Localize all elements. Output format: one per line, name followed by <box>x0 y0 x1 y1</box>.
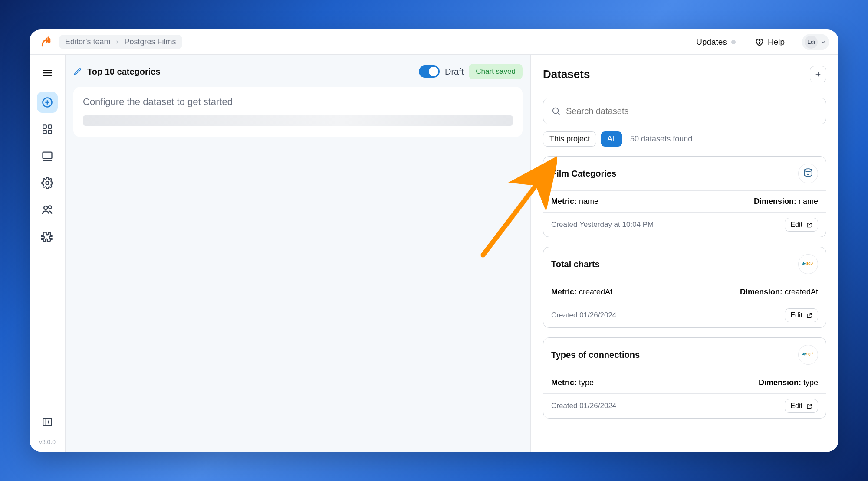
user-menu[interactable]: Edi <box>802 34 829 50</box>
add-dataset-button[interactable] <box>810 66 826 82</box>
datasets-panel: Datasets This project All <box>530 55 838 452</box>
chart-header: Top 10 categories Draft Chart saved <box>73 62 523 81</box>
add-button[interactable] <box>37 92 58 113</box>
svg-point-16 <box>46 182 49 185</box>
chevron-down-icon <box>820 39 826 45</box>
sidebar: v3.0.0 <box>30 55 66 452</box>
chart-column: Top 10 categories Draft Chart saved Conf… <box>66 55 530 452</box>
svg-rect-10 <box>43 125 46 128</box>
dataset-footer: Created Yesterday at 10:04 PM Edit <box>543 213 826 237</box>
dataset-card-header: Types of connections MySQL <box>543 338 826 372</box>
svg-text:SQL: SQL <box>806 262 812 265</box>
dataset-edit-button[interactable]: Edit <box>785 308 818 322</box>
chevron-right-icon <box>115 39 120 45</box>
breadcrumb-project[interactable]: Postgres Films <box>124 37 176 46</box>
filter-row: This project All 50 datasets found <box>543 131 826 147</box>
svg-rect-14 <box>43 152 52 159</box>
dataset-card-header: Total charts MySQL <box>543 247 826 281</box>
dataset-created: Created 01/26/2024 <box>551 402 616 410</box>
chart-saved-badge: Chart saved <box>469 64 523 79</box>
menu-toggle[interactable] <box>37 62 58 83</box>
dataset-footer: Created 01/26/2024 Edit <box>543 394 826 418</box>
dataset-created: Created 01/26/2024 <box>551 311 616 320</box>
search-icon <box>551 106 561 116</box>
datasets-body: This project All 50 datasets found Film … <box>531 86 838 419</box>
database-type-icon: MySQL <box>798 254 818 274</box>
dataset-dimension: Dimension: createdAt <box>740 288 818 297</box>
skeleton-bar <box>83 115 513 126</box>
dataset-edit-button[interactable]: Edit <box>785 218 818 232</box>
database-type-icon <box>798 164 818 183</box>
svg-rect-13 <box>48 130 52 134</box>
chart-title[interactable]: Top 10 categories <box>87 67 161 77</box>
svg-point-23 <box>553 108 559 114</box>
settings-button[interactable] <box>37 173 58 193</box>
dataset-card[interactable]: Types of connections MySQL Metric: type … <box>543 337 826 419</box>
integrations-button[interactable] <box>37 226 58 247</box>
filter-this-project[interactable]: This project <box>543 131 596 147</box>
dataset-name: Total charts <box>551 259 600 269</box>
version-label: v3.0.0 <box>39 438 56 452</box>
svg-rect-12 <box>43 130 46 134</box>
dataset-name: Film Categories <box>551 169 616 179</box>
svg-text:SQL: SQL <box>806 353 812 356</box>
breadcrumb[interactable]: Editor's team Postgres Films <box>59 35 182 49</box>
svg-rect-11 <box>48 125 52 128</box>
svg-rect-19 <box>43 418 52 425</box>
dataset-footer: Created 01/26/2024 Edit <box>543 303 826 327</box>
svg-line-24 <box>558 113 560 115</box>
dashboards-button[interactable] <box>37 119 58 140</box>
dataset-metrics-row: Metric: name Dimension: name <box>543 191 826 213</box>
updates-label: Updates <box>696 37 727 47</box>
dataset-metric: Metric: type <box>551 378 594 387</box>
database-type-icon: MySQL <box>798 345 818 365</box>
dataset-metrics-row: Metric: createdAt Dimension: createdAt <box>543 281 826 303</box>
dataset-dimension: Dimension: name <box>754 197 818 206</box>
expand-sidebar-button[interactable] <box>37 412 58 432</box>
avatar-initials: Edi <box>807 39 815 45</box>
help-icon <box>755 37 764 47</box>
svg-point-17 <box>44 206 47 209</box>
filter-all[interactable]: All <box>601 131 622 147</box>
help-label: Help <box>768 37 785 47</box>
dataset-card[interactable]: Total charts MySQL Metric: createdAt Dim… <box>543 247 826 328</box>
draft-label: Draft <box>445 67 464 77</box>
svg-point-18 <box>49 206 52 209</box>
avatar: Edi <box>805 36 818 49</box>
dataset-metric: Metric: name <box>551 197 598 206</box>
svg-point-25 <box>804 169 812 172</box>
help-link[interactable]: Help <box>755 37 785 47</box>
chart-card: Configure the dataset to get started <box>73 87 523 137</box>
config-prompt: Configure the dataset to get started <box>83 96 513 108</box>
dataset-edit-button[interactable]: Edit <box>785 399 818 413</box>
datasets-title: Datasets <box>543 68 590 81</box>
body: v3.0.0 Top 10 categories Draft Chart sav… <box>30 55 838 452</box>
app-logo[interactable] <box>39 35 53 49</box>
dataset-search-input[interactable] <box>566 106 818 116</box>
dataset-metric: Metric: createdAt <box>551 288 612 297</box>
updates-link[interactable]: Updates <box>696 37 736 47</box>
updates-indicator-icon <box>731 40 736 44</box>
dataset-list: Film Categories Metric: name Dimension: … <box>543 156 826 419</box>
topbar: Editor's team Postgres Films Updates Hel… <box>30 29 838 55</box>
dataset-name: Types of connections <box>551 350 640 360</box>
datasets-header: Datasets <box>531 55 838 86</box>
dataset-created: Created Yesterday at 10:04 PM <box>551 220 654 229</box>
datasets-count: 50 datasets found <box>630 134 692 144</box>
dataset-card[interactable]: Film Categories Metric: name Dimension: … <box>543 156 826 237</box>
svg-text:My: My <box>802 262 806 265</box>
draft-toggle[interactable] <box>419 65 440 78</box>
dataset-dimension: Dimension: type <box>759 378 818 387</box>
svg-text:My: My <box>802 353 806 356</box>
main: Top 10 categories Draft Chart saved Conf… <box>66 55 838 452</box>
dataset-metrics-row: Metric: type Dimension: type <box>543 372 826 394</box>
breadcrumb-team[interactable]: Editor's team <box>65 37 110 46</box>
search-wrap[interactable] <box>543 98 826 124</box>
app-window: Editor's team Postgres Films Updates Hel… <box>30 29 838 452</box>
dataset-card-header: Film Categories <box>543 157 826 191</box>
team-button[interactable] <box>37 200 58 220</box>
svg-point-3 <box>759 43 760 43</box>
screens-button[interactable] <box>37 146 58 167</box>
edit-title-icon[interactable] <box>73 67 82 76</box>
